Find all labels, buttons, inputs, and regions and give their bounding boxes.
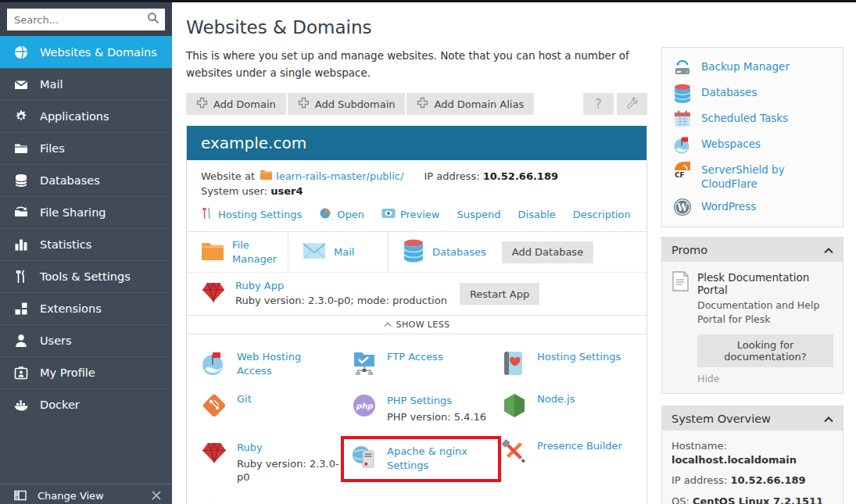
add-domain-alias-label: Add Domain Alias [434,98,524,110]
promo-cta-button[interactable]: Looking for documentation? [697,334,833,367]
sidebar-item-mail[interactable]: Mail [0,68,172,100]
ruby-app-row: Ruby App Ruby version: 2.3.0-p0; mode: p… [187,272,646,315]
hostname-value: localhost.localdomain [672,454,797,466]
hosting-settings-tile-link[interactable]: Hosting Settings [537,350,621,364]
add-database-button[interactable]: Add Database [502,241,593,263]
databases-quick-link[interactable]: Databases [701,84,757,100]
ruby-app-link[interactable]: Ruby App [235,280,284,291]
settings-wrench-button[interactable] [617,93,647,115]
web-hosting-access-link[interactable]: Web Hosting Access [237,350,337,377]
scheduled-tasks-link[interactable]: Scheduled Tasks [701,109,788,126]
servershield-item[interactable]: CF ServerShield by CloudFlare [673,161,832,191]
wordpress-item[interactable]: W WordPress [673,198,832,216]
databases-link[interactable]: Databases [432,246,486,258]
hosting-settings-item[interactable]: Hosting Settings [501,344,632,386]
mail-link[interactable]: Mail [334,246,354,258]
web-hosting-access-item[interactable]: Web Hosting Access [201,344,351,386]
ruby-feature-link[interactable]: Ruby [237,441,263,455]
svg-text:W: W [676,202,688,213]
file-manager-feature-item[interactable]: File Manager [351,495,501,504]
servershield-link[interactable]: ServerShield by CloudFlare [701,161,818,191]
sidebar-item-file-sharing[interactable]: File Sharing [0,196,172,228]
system-overview-header[interactable]: System Overview [662,406,843,431]
ruby-icon [201,280,226,308]
web-statistics-item[interactable]: Web Statistics [501,495,632,504]
description-link[interactable]: Description [573,209,631,220]
backup-manager-link[interactable]: Backup Manager [701,58,790,74]
close-icon[interactable] [152,491,161,500]
databases-quick-item[interactable]: Databases [673,84,832,102]
add-domain-button[interactable]: Add Domain [186,93,286,115]
php-version-text: PHP version: 5.4.16 [387,410,486,424]
plus-icon [196,97,208,111]
git-link[interactable]: Git [237,392,252,406]
applications-item[interactable]: Applications [201,495,351,504]
open-link[interactable]: Open [337,209,364,220]
domain-tiles-row: File Manager Mail Databases Add Database [187,231,646,272]
file-manager-tile[interactable]: File Manager [187,232,288,272]
sidebar-item-applications[interactable]: Applications [0,100,172,132]
php-settings-link[interactable]: PHP Settings [387,394,452,408]
search-input[interactable] [14,14,147,26]
disable-link[interactable]: Disable [518,209,556,220]
hosting-settings-action[interactable]: Hosting Settings [201,207,302,222]
folder-icon [13,141,29,156]
web-hosting-access-icon [201,350,227,377]
search-icon[interactable] [147,12,159,27]
promo-hide-link[interactable]: Hide [697,373,720,384]
ftp-access-link[interactable]: FTP Access [387,350,443,364]
ftp-access-item[interactable]: FTP Access [351,344,501,386]
bar-chart-icon [13,237,29,252]
preview-action[interactable]: Preview [381,208,440,221]
presence-builder-item[interactable]: Presence Builder [501,433,632,495]
system-overview-body: Hostname: localhost.localdomain IP addre… [662,431,843,504]
apache-nginx-link[interactable]: Apache & nginx Settings [387,445,487,472]
sidebar-item-extensions[interactable]: Extensions [0,292,172,324]
sidebar-item-tools-settings[interactable]: Tools & Settings [0,260,172,292]
file-manager-link[interactable]: File Manager [232,238,281,266]
system-overview-header-label: System Overview [672,413,771,425]
add-domain-alias-button[interactable]: Add Domain Alias [407,93,534,115]
preview-link[interactable]: Preview [400,209,440,220]
presence-builder-link[interactable]: Presence Builder [537,439,622,453]
git-item[interactable]: Git [201,386,351,433]
ruby-feature-item[interactable]: Ruby Ruby version: 2.3.0-p0 [201,433,351,495]
sidebar-item-databases[interactable]: Databases [0,164,172,196]
change-view-icon [13,488,27,502]
mail-tile[interactable]: Mail [288,232,389,272]
sidebar-item-files[interactable]: Files [0,132,172,164]
chevron-up-icon [824,244,833,256]
show-less-label: SHOW LESS [396,320,450,330]
wordpress-link[interactable]: WordPress [701,198,756,214]
webspaces-item[interactable]: Webspaces [673,135,832,154]
sidebar-item-users[interactable]: Users [0,324,172,356]
plus-icon [298,97,310,111]
webspaces-link[interactable]: Webspaces [701,135,761,152]
change-view-button[interactable]: Change View [0,484,172,504]
sidebar-item-my-profile[interactable]: My Profile [0,356,172,388]
show-less-toggle[interactable]: SHOW LESS [187,315,646,334]
suspend-link[interactable]: Suspend [457,209,501,220]
hosting-settings-icon [201,207,213,222]
php-settings-item[interactable]: php PHP Settings PHP version: 5.4.16 [351,386,501,433]
restart-app-button[interactable]: Restart App [460,283,539,305]
hostname-label: Hostname: [672,440,727,452]
add-subdomain-button[interactable]: Add Subdomain [288,93,406,115]
apache-nginx-item[interactable]: Apache & nginx Settings [351,433,501,495]
system-overview-panel: System Overview Hostname: localhost.loca… [661,406,843,504]
sidebar-item-statistics[interactable]: Statistics [0,228,172,260]
nodejs-link[interactable]: Node.js [537,392,575,406]
backup-manager-item[interactable]: Backup Manager [673,58,832,77]
docroot-link[interactable]: learn-rails-master/public/ [276,170,403,182]
hosting-settings-link[interactable]: Hosting Settings [218,209,302,220]
databases-tile[interactable]: Databases Add Database [389,232,646,272]
scheduled-tasks-item[interactable]: Scheduled Tasks [673,109,832,128]
open-action[interactable]: Open [319,206,364,222]
help-button[interactable]: ? [583,93,614,115]
promo-title-link[interactable]: Plesk Documentation Portal [697,271,833,296]
sidebar-item-websites-domains[interactable]: Websites & Domains [0,36,172,68]
sidebar-item-docker[interactable]: Docker [0,388,172,420]
promo-header[interactable]: Promo [662,238,843,262]
chevron-up-icon [824,413,833,425]
nodejs-item[interactable]: Node.js [501,386,632,433]
